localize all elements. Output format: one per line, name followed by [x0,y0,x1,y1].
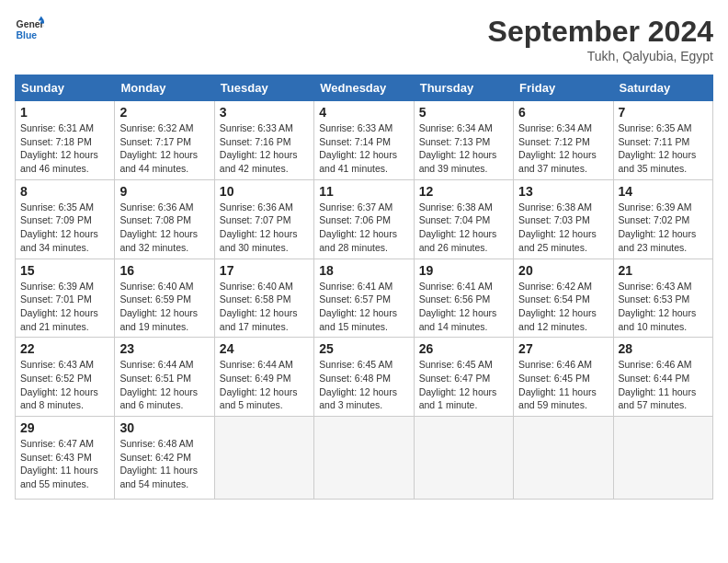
daylight-label: Daylight: 11 hours and 57 minutes. [619,386,697,411]
sunrise-label: Sunrise: 6:46 AM [619,359,692,370]
calendar-cell: 28 Sunrise: 6:46 AM Sunset: 6:44 PM Dayl… [613,338,712,417]
sunset-label: Sunset: 6:53 PM [619,293,690,304]
sunrise-label: Sunrise: 6:36 AM [119,201,193,213]
sunset-label: Sunset: 7:07 PM [220,214,291,225]
day-number: 9 [119,184,209,199]
calendar-table: SundayMondayTuesdayWednesdayThursdayFrid… [15,75,713,500]
day-info: Sunrise: 6:45 AM Sunset: 6:47 PM Dayligh… [419,358,508,412]
calendar-cell: 24 Sunrise: 6:44 AM Sunset: 6:49 PM Dayl… [214,338,313,417]
day-info: Sunrise: 6:36 AM Sunset: 7:07 PM Dayligh… [220,201,309,255]
day-info: Sunrise: 6:46 AM Sunset: 6:45 PM Dayligh… [518,358,608,412]
daylight-label: Daylight: 12 hours and 26 minutes. [419,228,497,253]
calendar-cell [613,417,712,500]
sunset-label: Sunset: 7:06 PM [319,214,391,225]
day-number: 8 [20,184,109,199]
sunset-label: Sunset: 7:13 PM [419,136,491,147]
calendar-cell: 14 Sunrise: 6:39 AM Sunset: 7:02 PM Dayl… [613,179,712,259]
calendar-cell [314,417,414,500]
sunset-label: Sunset: 7:08 PM [119,214,191,225]
sunrise-label: Sunrise: 6:43 AM [20,359,94,370]
sunrise-label: Sunrise: 6:35 AM [20,201,94,213]
daylight-label: Daylight: 12 hours and 32 minutes. [119,228,198,253]
sunset-label: Sunset: 6:43 PM [20,452,92,463]
sunrise-label: Sunrise: 6:38 AM [419,201,493,213]
day-number: 3 [220,105,309,120]
day-number: 27 [518,341,608,356]
calendar-cell: 30 Sunrise: 6:48 AM Sunset: 6:42 PM Dayl… [115,417,214,500]
daylight-label: Daylight: 12 hours and 30 minutes. [220,228,298,253]
daylight-label: Daylight: 12 hours and 42 minutes. [220,149,298,174]
sunset-label: Sunset: 7:01 PM [20,293,92,304]
sunset-label: Sunset: 6:59 PM [119,293,191,304]
sunrise-label: Sunrise: 6:33 AM [319,122,392,133]
sunrise-label: Sunrise: 6:48 AM [119,438,193,449]
daylight-label: Daylight: 12 hours and 37 minutes. [518,149,597,174]
calendar-week-1: 8 Sunrise: 6:35 AM Sunset: 7:09 PM Dayli… [16,179,713,259]
sunset-label: Sunset: 6:56 PM [419,293,491,304]
calendar-cell: 2 Sunrise: 6:32 AM Sunset: 7:17 PM Dayli… [115,101,214,180]
sunrise-label: Sunrise: 6:44 AM [119,359,193,370]
day-info: Sunrise: 6:39 AM Sunset: 7:02 PM Dayligh… [619,201,708,255]
sunrise-label: Sunrise: 6:44 AM [220,359,293,370]
day-info: Sunrise: 6:44 AM Sunset: 6:49 PM Dayligh… [220,358,309,412]
calendar-cell: 26 Sunrise: 6:45 AM Sunset: 6:47 PM Dayl… [414,338,513,417]
daylight-label: Daylight: 12 hours and 34 minutes. [20,228,98,253]
sunrise-label: Sunrise: 6:47 AM [20,438,94,449]
calendar-cell: 29 Sunrise: 6:47 AM Sunset: 6:43 PM Dayl… [16,417,115,500]
column-header-tuesday: Tuesday [214,75,313,101]
calendar-cell: 3 Sunrise: 6:33 AM Sunset: 7:16 PM Dayli… [214,101,313,180]
day-number: 16 [119,263,209,278]
sunset-label: Sunset: 6:57 PM [319,293,391,304]
calendar-cell: 16 Sunrise: 6:40 AM Sunset: 6:59 PM Dayl… [115,259,214,338]
sunset-label: Sunset: 6:51 PM [119,373,191,384]
day-number: 23 [119,341,209,356]
calendar-cell: 19 Sunrise: 6:41 AM Sunset: 6:56 PM Dayl… [414,259,513,338]
calendar-cell: 8 Sunrise: 6:35 AM Sunset: 7:09 PM Dayli… [16,179,115,259]
column-header-wednesday: Wednesday [314,75,414,101]
day-info: Sunrise: 6:42 AM Sunset: 6:54 PM Dayligh… [518,280,608,334]
calendar-cell [214,417,313,500]
day-number: 14 [619,184,708,199]
day-number: 6 [518,105,608,120]
day-info: Sunrise: 6:36 AM Sunset: 7:08 PM Dayligh… [119,201,209,255]
day-info: Sunrise: 6:39 AM Sunset: 7:01 PM Dayligh… [20,280,109,334]
day-info: Sunrise: 6:47 AM Sunset: 6:43 PM Dayligh… [20,437,109,491]
calendar-cell: 9 Sunrise: 6:36 AM Sunset: 7:08 PM Dayli… [115,179,214,259]
day-info: Sunrise: 6:37 AM Sunset: 7:06 PM Dayligh… [319,201,408,255]
calendar-cell: 10 Sunrise: 6:36 AM Sunset: 7:07 PM Dayl… [214,179,313,259]
day-info: Sunrise: 6:48 AM Sunset: 6:42 PM Dayligh… [119,437,209,491]
day-number: 11 [319,184,408,199]
calendar-cell: 12 Sunrise: 6:38 AM Sunset: 7:04 PM Dayl… [414,179,513,259]
sunrise-label: Sunrise: 6:40 AM [220,281,293,292]
daylight-label: Daylight: 12 hours and 35 minutes. [619,149,697,174]
sunset-label: Sunset: 7:09 PM [20,214,92,225]
column-header-sunday: Sunday [16,75,115,101]
page-header: General Blue September 2024 Tukh, Qalyub… [15,15,713,63]
sunset-label: Sunset: 6:49 PM [220,373,291,384]
day-number: 29 [20,420,109,435]
day-number: 26 [419,341,508,356]
day-number: 13 [518,184,608,199]
sunrise-label: Sunrise: 6:40 AM [119,281,193,292]
sunset-label: Sunset: 6:54 PM [518,293,590,304]
title-block: September 2024 Tukh, Qalyubia, Egypt [488,15,713,63]
day-info: Sunrise: 6:33 AM Sunset: 7:16 PM Dayligh… [220,121,309,176]
day-info: Sunrise: 6:43 AM Sunset: 6:52 PM Dayligh… [20,358,109,412]
sunrise-label: Sunrise: 6:41 AM [319,281,392,292]
daylight-label: Daylight: 12 hours and 14 minutes. [419,307,497,332]
day-info: Sunrise: 6:31 AM Sunset: 7:18 PM Dayligh… [20,121,109,176]
daylight-label: Daylight: 12 hours and 10 minutes. [619,307,697,332]
calendar-cell: 13 Sunrise: 6:38 AM Sunset: 7:03 PM Dayl… [514,179,613,259]
day-number: 21 [619,263,708,278]
sunrise-label: Sunrise: 6:42 AM [518,281,592,292]
sunrise-label: Sunrise: 6:38 AM [518,201,592,213]
daylight-label: Daylight: 12 hours and 3 minutes. [319,386,397,411]
calendar-cell: 20 Sunrise: 6:42 AM Sunset: 6:54 PM Dayl… [514,259,613,338]
daylight-label: Daylight: 11 hours and 54 minutes. [119,465,198,489]
sunset-label: Sunset: 6:45 PM [518,373,590,384]
sunset-label: Sunset: 6:44 PM [619,373,690,384]
calendar-cell: 6 Sunrise: 6:34 AM Sunset: 7:12 PM Dayli… [514,101,613,180]
daylight-label: Daylight: 12 hours and 19 minutes. [119,307,198,332]
sunset-label: Sunset: 7:18 PM [20,136,92,147]
day-number: 12 [419,184,508,199]
